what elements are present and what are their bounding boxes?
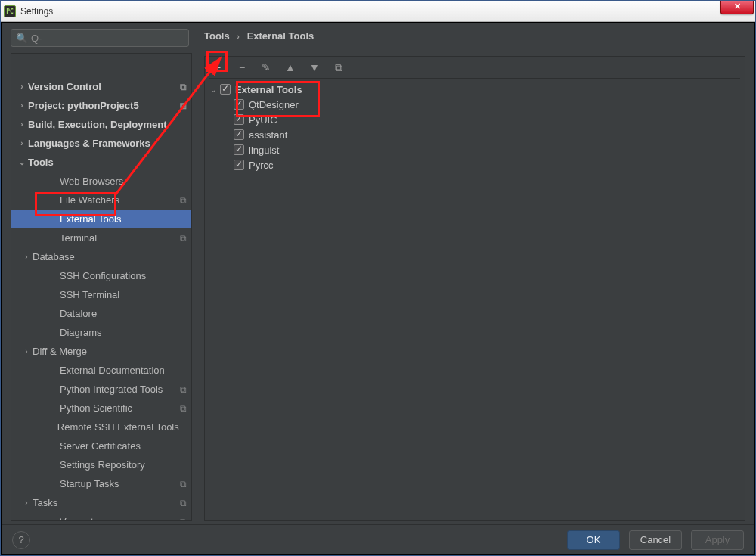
settings-sidebar: ›Version Control⧉›Project: pythonProject… — [11, 53, 192, 521]
breadcrumb-leaf[interactable]: External Tools — [247, 30, 314, 42]
tool-label: assistant — [249, 129, 287, 141]
sidebar-item-label: Python Integrated Tools — [60, 384, 175, 395]
tool-row-pyuic[interactable]: PyUIC — [208, 112, 745, 127]
sidebar-item-file-watchers[interactable]: File Watchers⧉ — [11, 191, 191, 210]
sidebar-item-python-scientific[interactable]: Python Scientific⧉ — [11, 399, 191, 418]
chevron-icon: › — [22, 253, 31, 261]
tools-group-row[interactable]: ⌄External Tools — [208, 82, 745, 97]
apply-button[interactable]: Apply — [691, 530, 744, 550]
sidebar-item-server-certificates[interactable]: Server Certificates — [11, 436, 191, 455]
scope-icon: ⧉ — [175, 479, 191, 489]
copy-button[interactable]: ⧉ — [330, 59, 347, 76]
tool-label: PyUIC — [249, 114, 277, 126]
scope-icon: ⧉ — [175, 498, 191, 508]
sidebar-item-label: Tasks — [33, 497, 175, 508]
window-close-button[interactable]: ✕ — [720, 1, 754, 14]
tool-row-linguist[interactable]: linguist — [208, 142, 745, 157]
tool-checkbox[interactable] — [234, 144, 244, 155]
breadcrumb-root[interactable]: Tools — [204, 30, 230, 42]
sidebar-item-label: External Documentation — [60, 365, 175, 376]
sidebar-item-vagrant[interactable]: Vagrant⧉ — [11, 512, 191, 521]
tool-checkbox[interactable] — [234, 99, 244, 110]
sidebar-item-label: Python Scientific — [60, 402, 175, 414]
scope-icon: ⧉ — [175, 403, 191, 414]
chevron-icon: › — [17, 139, 26, 148]
help-button[interactable]: ? — [12, 531, 30, 549]
group-label: External Tools — [235, 84, 302, 95]
search-placeholder: Q- — [31, 33, 42, 44]
tool-checkbox[interactable] — [234, 114, 244, 125]
cancel-button[interactable]: Cancel — [629, 530, 682, 550]
sidebar-item-external-documentation[interactable]: External Documentation — [11, 361, 191, 380]
sidebar-item-version-control[interactable]: ›Version Control⧉ — [11, 77, 191, 96]
chevron-icon: › — [22, 347, 31, 356]
chevron-down-icon: ⌄ — [208, 85, 218, 94]
sidebar-item-label: Settings Repository — [60, 459, 175, 471]
chevron-icon: › — [22, 499, 31, 507]
sidebar-item-label: Tools — [28, 157, 175, 168]
sidebar-item-web-browsers[interactable]: Web Browsers — [11, 172, 191, 191]
move-down-button[interactable]: ▼ — [306, 59, 323, 76]
breadcrumb: Tools › External Tools — [204, 30, 314, 42]
tool-row-pyrcc[interactable]: Pyrcc — [208, 157, 745, 172]
sidebar-item-python-integrated-tools[interactable]: Python Integrated Tools⧉ — [11, 380, 191, 399]
app-icon: PC — [4, 5, 16, 17]
sidebar-item-label: External Tools — [60, 213, 175, 225]
sidebar-item-diagrams[interactable]: Diagrams — [11, 323, 191, 342]
sidebar-item-label: Terminal — [60, 232, 175, 244]
settings-search-input[interactable]: 🔍 Q- — [11, 29, 189, 47]
tool-checkbox[interactable] — [234, 129, 244, 140]
group-checkbox[interactable] — [220, 84, 231, 95]
scope-icon: ⧉ — [175, 517, 191, 522]
tool-row-assistant[interactable]: assistant — [208, 127, 745, 142]
scope-icon: ⧉ — [175, 384, 191, 395]
sidebar-item-settings-repository[interactable]: Settings Repository — [11, 455, 191, 474]
sidebar-item-build-execution-deployment[interactable]: ›Build, Execution, Deployment — [11, 115, 191, 134]
sidebar-item-project-pythonproject5[interactable]: ›Project: pythonProject5⧉ — [11, 96, 191, 115]
sidebar-item-label: Server Certificates — [60, 440, 175, 452]
tool-checkbox[interactable] — [234, 160, 244, 170]
tool-row-qtdesigner[interactable]: QtDesigner — [208, 97, 745, 112]
sidebar-item-label: Project: pythonProject5 — [28, 100, 175, 111]
search-icon: 🔍 — [16, 33, 28, 44]
sidebar-item-label: Version Control — [28, 81, 175, 92]
sidebar-item-label: Vagrant — [60, 516, 175, 521]
chevron-icon: › — [17, 101, 26, 110]
sidebar-item-languages-frameworks[interactable]: ›Languages & Frameworks — [11, 134, 191, 153]
sidebar-item-ssh-configurations[interactable]: SSH Configurations — [11, 266, 191, 285]
panel-toolbar: + − ✎ ▲ ▼ ⧉ — [205, 57, 745, 78]
chevron-icon: › — [17, 120, 26, 129]
scope-icon: ⧉ — [175, 82, 191, 92]
move-up-button[interactable]: ▲ — [282, 59, 299, 76]
sidebar-item-label: Build, Execution, Deployment — [28, 119, 175, 130]
sidebar-item-terminal[interactable]: Terminal⧉ — [11, 228, 191, 247]
title-bar[interactable]: PC Settings ✕ — [1, 1, 755, 22]
edit-button[interactable]: ✎ — [258, 59, 274, 76]
sidebar-item-label: Database — [33, 251, 175, 262]
sidebar-item-label: SSH Configurations — [60, 270, 175, 281]
tool-label: linguist — [249, 144, 279, 156]
tool-label: Pyrcc — [249, 160, 274, 171]
window-title: Settings — [20, 6, 53, 17]
sidebar-item-blank[interactable] — [11, 58, 191, 77]
sidebar-item-datalore[interactable]: Datalore — [11, 304, 191, 323]
sidebar-item-label: Diff & Merge — [33, 346, 175, 357]
sidebar-item-label: File Watchers — [60, 194, 175, 206]
scope-icon: ⧉ — [175, 195, 191, 206]
sidebar-item-label: Web Browsers — [60, 175, 175, 187]
sidebar-item-database[interactable]: ›Database — [11, 247, 191, 266]
sidebar-item-remote-ssh-external-tools[interactable]: Remote SSH External Tools — [11, 418, 191, 436]
chevron-icon: › — [17, 82, 26, 91]
chevron-icon: ⌄ — [17, 158, 26, 166]
sidebar-item-label: SSH Terminal — [60, 289, 175, 300]
sidebar-item-startup-tasks[interactable]: Startup Tasks⧉ — [11, 474, 191, 493]
ok-button[interactable]: OK — [567, 530, 620, 550]
add-button[interactable]: + — [209, 59, 226, 76]
sidebar-item-tools[interactable]: ⌄Tools — [11, 153, 191, 172]
remove-button[interactable]: − — [234, 59, 250, 76]
sidebar-item-external-tools[interactable]: External Tools — [11, 210, 191, 228]
sidebar-item-label: Remote SSH External Tools — [57, 421, 179, 433]
sidebar-item-tasks[interactable]: ›Tasks⧉ — [11, 493, 191, 512]
sidebar-item-ssh-terminal[interactable]: SSH Terminal — [11, 285, 191, 304]
sidebar-item-diff-merge[interactable]: ›Diff & Merge — [11, 342, 191, 361]
